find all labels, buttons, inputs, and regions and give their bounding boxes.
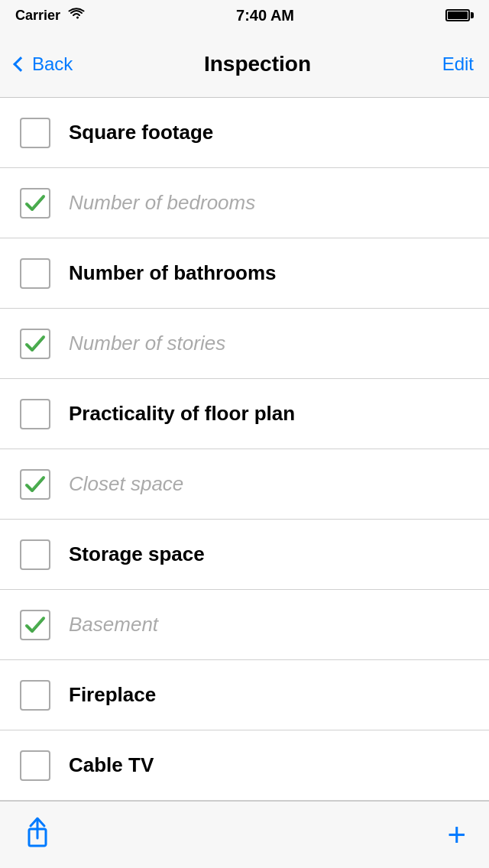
item-label: Cable TV (69, 753, 154, 777)
item-label: Number of stories (69, 332, 225, 355)
checkbox-checked[interactable] (15, 324, 55, 364)
item-label: Storage space (69, 542, 205, 566)
status-time: 7:40 AM (236, 7, 294, 24)
share-button[interactable] (23, 815, 52, 855)
checklist: Square footage Number of bedrooms (0, 98, 489, 801)
checkbox-checked[interactable] (15, 465, 55, 504)
wifi-icon (68, 8, 85, 24)
nav-bar: Back Inspection Edit (0, 31, 489, 98)
status-bar-left: Carrier (15, 8, 85, 24)
list-item[interactable]: Basement (0, 590, 489, 660)
checkbox-empty[interactable] (15, 113, 55, 153)
checkbox-checked[interactable] (15, 605, 55, 645)
checkbox-empty[interactable] (15, 254, 55, 293)
back-button[interactable]: Back (15, 53, 73, 75)
battery-icon (445, 9, 474, 21)
checkbox-empty[interactable] (15, 535, 55, 575)
carrier-label: Carrier (15, 8, 60, 24)
list-item[interactable]: Number of bathrooms (0, 238, 489, 309)
item-label: Number of bathrooms (69, 261, 277, 285)
item-label: Number of bedrooms (69, 191, 255, 215)
item-label: Closet space (69, 472, 183, 496)
list-item[interactable]: Square footage (0, 98, 489, 168)
status-bar: Carrier 7:40 AM (0, 0, 489, 31)
list-item[interactable]: Number of stories (0, 309, 489, 379)
back-label: Back (32, 53, 73, 75)
item-label: Square footage (69, 121, 213, 144)
list-item[interactable]: Practicality of floor plan (0, 379, 489, 449)
list-item[interactable]: Number of bedrooms (0, 168, 489, 238)
item-label: Fireplace (69, 683, 156, 707)
item-label: Practicality of floor plan (69, 402, 295, 426)
status-bar-right (445, 9, 474, 21)
page-title: Inspection (204, 52, 311, 76)
add-button[interactable]: + (447, 819, 466, 851)
chevron-left-icon (13, 57, 28, 72)
checkbox-empty[interactable] (15, 746, 55, 785)
list-item[interactable]: Fireplace (0, 660, 489, 730)
list-item[interactable]: Storage space (0, 520, 489, 590)
checkbox-empty[interactable] (15, 394, 55, 434)
toolbar: + (0, 801, 489, 868)
item-label: Basement (69, 613, 158, 636)
checkbox-empty[interactable] (15, 675, 55, 715)
list-item[interactable]: Cable TV (0, 730, 489, 801)
edit-button[interactable]: Edit (442, 53, 474, 75)
list-item[interactable]: Closet space (0, 449, 489, 520)
checkbox-checked[interactable] (15, 183, 55, 223)
